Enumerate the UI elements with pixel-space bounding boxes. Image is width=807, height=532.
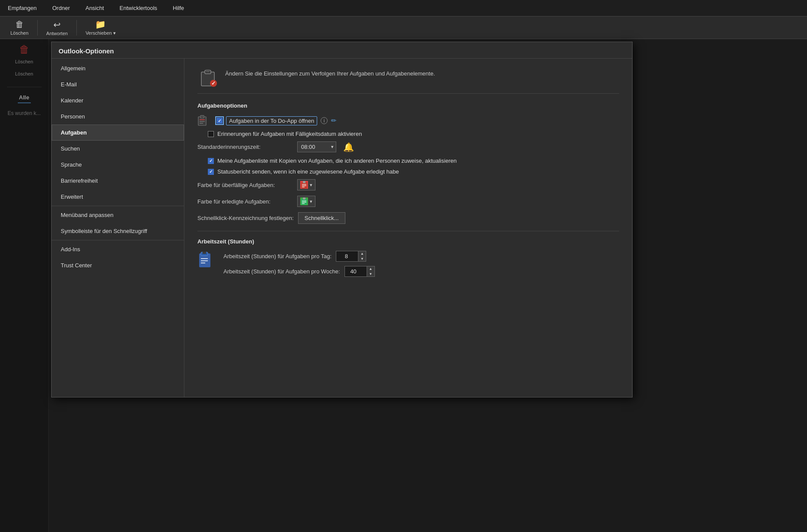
nav-sprache[interactable]: Sprache	[52, 157, 184, 173]
nav-menueband[interactable]: Menüband anpassen	[52, 207, 184, 223]
form-farbe-ueberfaellig: Farbe für überfällige Aufgaben:	[197, 179, 619, 190]
edit-icon-todo[interactable]: ✏	[331, 117, 337, 125]
dialog-body: Allgemein E-Mail Kalender Personen Aufga…	[52, 59, 632, 397]
content-header-text: Ändern Sie die Einstellungen zum Verfolg…	[225, 67, 435, 78]
select-erinnerungszeit[interactable]: 08:00 09:00	[297, 141, 336, 152]
toolbar-verschieben[interactable]: 📁 Verschieben ▾	[82, 17, 119, 38]
nav-addins[interactable]: Add-Ins	[52, 241, 184, 257]
label-farbe-erledigt: Farbe für erledigte Aufgaben:	[197, 198, 293, 205]
section2-title: Arbeitszeit (Stunden)	[197, 238, 619, 245]
content-area: ✓ Ändern Sie die Einstellungen zum Verfo…	[184, 59, 632, 397]
toolbar-divider-1	[37, 20, 38, 36]
option-todo-app-label: Aufgaben in der To Do-App öffnen	[226, 116, 317, 125]
bell-icon: 🔔	[343, 142, 354, 152]
input-stunden-woche[interactable]	[345, 266, 367, 276]
reply-icon: ↩	[53, 20, 61, 30]
option-erinnerungen-row: Erinnerungen für Aufgaben mit Fälligkeit…	[197, 131, 619, 137]
menu-hilfe[interactable]: Hilfe	[170, 3, 187, 13]
section-divider	[197, 231, 619, 231]
checkbox-statusbericht[interactable]	[208, 169, 214, 175]
arbeitszeit-content: Arbeitszeit (Stunden) für Aufgaben pro T…	[197, 251, 619, 282]
input-stunden-woche-wrapper: ▲ ▼	[344, 266, 375, 277]
dialog-title: Outlook-Optionen	[52, 42, 632, 59]
menu-ordner[interactable]: Ordner	[50, 3, 72, 13]
menu-bar: Empfangen Ordner Ansicht Entwicklertools…	[0, 0, 807, 16]
label-farbe-ueberfaellig: Farbe für überfällige Aufgaben:	[197, 182, 293, 188]
dialog-overlay: Outlook-Optionen Allgemein E-Mail Kalend…	[0, 39, 807, 532]
option-statusbericht-label: Statusbericht senden, wenn ich eine zuge…	[217, 168, 399, 175]
svg-rect-17	[303, 197, 305, 200]
color-dropdown-ueberfaellig[interactable]: ▾	[297, 179, 315, 190]
todo-app-icon	[197, 115, 207, 126]
checkbox-todo-app[interactable]	[217, 118, 223, 124]
option-todo-app-row: Aufgaben in der To Do-App öffnen i ✏	[197, 115, 619, 126]
nav-divider-1	[52, 206, 184, 206]
form-standarderinnerung: Standarderinnerungszeit: 08:00 09:00 🔔	[197, 141, 619, 152]
spinner-down-woche[interactable]: ▼	[367, 272, 374, 277]
spinner-up-tag[interactable]: ▲	[358, 251, 366, 256]
nav-erweitert[interactable]: Erweitert	[52, 189, 184, 205]
btn-schnellklick[interactable]: Schnellklick...	[298, 212, 345, 224]
move-icon: 📁	[95, 19, 106, 30]
option-statusbericht-row: Statusbericht senden, wenn ich eine zuge…	[197, 168, 619, 175]
label-stunden-tag: Arbeitszeit (Stunden) für Aufgaben pro T…	[223, 253, 331, 259]
section-aufgabenoptionen: Aufgabenoptionen	[197, 102, 619, 224]
nav-email[interactable]: E-Mail	[52, 76, 184, 92]
content-header: ✓ Ändern Sie die Einstellungen zum Verfo…	[197, 67, 619, 94]
trash-icon: 🗑	[15, 20, 24, 30]
label-schnellklick: Schnellklick-Kennzeichnung festlegen:	[197, 215, 294, 221]
color-dropdown-arrow-1: ▾	[310, 182, 312, 188]
info-icon-todo[interactable]: i	[321, 117, 328, 124]
nav-kalender[interactable]: Kalender	[52, 92, 184, 108]
color-dropdown-arrow-2: ▾	[310, 199, 312, 204]
color-dropdown-erledigt[interactable]: ▾	[297, 196, 315, 207]
nav-personen[interactable]: Personen	[52, 108, 184, 125]
checkbox-kopien[interactable]	[208, 158, 214, 164]
svg-rect-23	[203, 252, 206, 254]
form-stunden-woche: Arbeitszeit (Stunden) für Aufgaben pro W…	[223, 266, 375, 277]
nav-suchen[interactable]: Suchen	[52, 141, 184, 157]
nav-divider-2	[52, 240, 184, 240]
options-dialog: Outlook-Optionen Allgemein E-Mail Kalend…	[51, 42, 633, 397]
form-farbe-erledigt: Farbe für erledigte Aufgaben:	[197, 196, 619, 207]
toolbar-verschieben-label: Verschieben ▾	[85, 30, 116, 36]
spinner-up-woche[interactable]: ▲	[367, 266, 374, 272]
svg-rect-11	[301, 182, 307, 188]
toolbar-loeschen-label: Löschen	[10, 30, 29, 36]
svg-rect-2	[206, 69, 210, 72]
svg-rect-12	[303, 181, 305, 183]
dialog-title-text: Outlook-Optionen	[59, 47, 114, 55]
header-description: Ändern Sie die Einstellungen zum Verfolg…	[225, 70, 435, 77]
menu-ansicht[interactable]: Ansicht	[83, 3, 107, 13]
toolbar: 🗑 Löschen ↩ Antworten 📁 Verschieben ▾	[0, 16, 807, 39]
spinners-woche: ▲ ▼	[367, 266, 374, 276]
sidebar-nav: Allgemein E-Mail Kalender Personen Aufga…	[52, 59, 184, 397]
option-kopien-label: Meine Aufgabenliste mit Kopien von Aufga…	[217, 158, 456, 164]
arbeitszeit-icon	[197, 251, 217, 270]
nav-symbolleiste[interactable]: Symbolleiste für den Schnellzugriff	[52, 223, 184, 239]
todo-icon-area	[197, 115, 213, 126]
checkbox-erinnerungen[interactable]	[208, 131, 214, 137]
input-stunden-tag-wrapper: ▲ ▼	[336, 251, 366, 262]
toolbar-loeschen[interactable]: 🗑 Löschen	[7, 18, 32, 37]
tasks-header-icon: ✓	[197, 67, 218, 88]
svg-text:✓: ✓	[211, 80, 216, 86]
section-arbeitszeit: Arbeitszeit (Stunden)	[197, 238, 619, 282]
main-area: 🗑 Löschen Löschen Alle Es wurden k... Ou…	[0, 39, 807, 532]
color-swatch-red	[300, 181, 308, 189]
nav-allgemein[interactable]: Allgemein	[52, 60, 184, 76]
input-stunden-tag[interactable]	[336, 251, 358, 261]
nav-trustcenter[interactable]: Trust Center	[52, 257, 184, 273]
label-stunden-woche: Arbeitszeit (Stunden) für Aufgaben pro W…	[223, 268, 340, 275]
option-kopien-row: Meine Aufgabenliste mit Kopien von Aufga…	[197, 158, 619, 164]
nav-barrierefreiheit[interactable]: Barrierefreiheit	[52, 173, 184, 189]
spinner-down-tag[interactable]: ▼	[358, 256, 366, 262]
dropdown-erinnerungszeit[interactable]: 08:00 09:00	[297, 141, 336, 152]
menu-entwicklertools[interactable]: Entwicklertools	[117, 3, 160, 13]
menu-empfangen[interactable]: Empfangen	[5, 3, 39, 13]
color-swatch-green	[300, 197, 308, 205]
svg-rect-7	[201, 115, 203, 117]
toolbar-divider-2	[76, 20, 77, 36]
nav-aufgaben[interactable]: Aufgaben	[52, 125, 184, 141]
toolbar-antworten[interactable]: ↩ Antworten	[43, 18, 72, 38]
